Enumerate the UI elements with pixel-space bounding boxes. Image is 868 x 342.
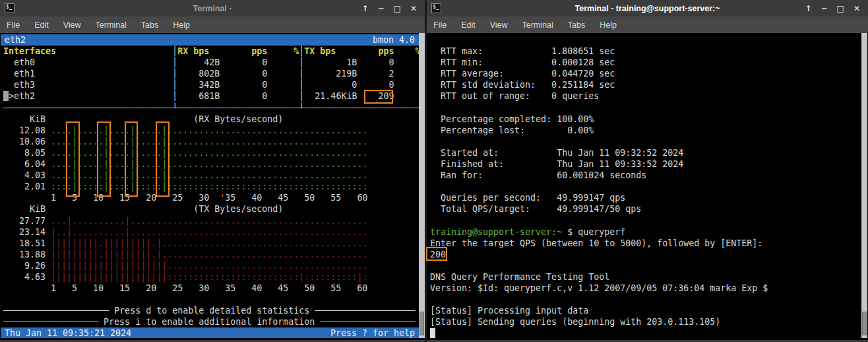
terminal-line: eth0 │ 42B 0 │ 1B 0 (1, 57, 419, 68)
menu-bar: FileEditViewTerminalTabsHelp (427, 17, 868, 33)
terminal-line (427, 327, 861, 338)
terminal-line: 10.06 ....|.....|....|.....|............… (1, 136, 419, 147)
menu-item-edit[interactable]: Edit (461, 20, 476, 30)
shade-button[interactable]: ↑ (361, 4, 368, 13)
terminal-line: 1 5 10 15 20 25 30 '35 40 45 50 55 60 (1, 192, 419, 203)
terminal-line: Total QPS/target: 49.999147/50 qps (427, 203, 861, 215)
bmon-title-bar: eth2 bmon 4.0 (1, 34, 419, 46)
terminal-line: 13.88 |||||||||.|||||||||.|.............… (1, 249, 419, 260)
terminal-line (427, 181, 861, 192)
menu-item-help[interactable]: Help (173, 20, 190, 30)
desktop: { "colors": { "accent_blue": "#2a6aba", … (0, 0, 868, 342)
terminal-line: Started at: Thu Jan 11 09:32:52 2024 (427, 147, 861, 158)
minimize-button[interactable]: − (821, 4, 828, 13)
terminal-line: RTT average: 0.044720 sec (427, 68, 861, 79)
terminal-line: eth1 │ 802B 0 │ 219B 2 (1, 68, 419, 79)
left-terminal-window: $_ Terminal - ↑ − □ ✕ FileEditViewTermin… (0, 0, 425, 342)
close-button[interactable]: ✕ (853, 4, 860, 13)
terminal-line: Percentage lost: 0.00% (427, 125, 861, 136)
terminal-line: [Status] Processing input data (427, 305, 861, 316)
terminal-line: KiB (RX Bytes/second) (1, 114, 419, 125)
minimize-button[interactable]: − (378, 4, 385, 13)
maximize-button[interactable]: □ (837, 4, 844, 13)
terminal-app-icon: $_ (431, 3, 441, 13)
menu-item-edit[interactable]: Edit (34, 20, 49, 30)
window-buttons: ↑ − □ ✕ (805, 4, 860, 13)
terminal-line: 12.08 ....|.....|....|.....|............… (1, 125, 419, 136)
terminal-line (427, 215, 861, 226)
terminal-line (427, 34, 861, 46)
terminal-line: 4.63 ||||||||||||||||||||||:::::::::::::… (1, 271, 419, 283)
bmon-output: Interfaces │RX bps pps %│TX bps pps % et… (1, 46, 419, 327)
terminal-line: Interfaces │RX bps pps %│TX bps pps % (1, 46, 419, 57)
terminal-line: Percentage completed: 100.00% (427, 114, 861, 125)
terminal-line: KiB (TX Bytes/second) (1, 203, 419, 215)
shell-output: RTT max: 1.808651 sec RTT min: 0.000128 … (427, 34, 861, 338)
scrollbar-thumb[interactable] (862, 312, 867, 335)
terminal-line: [Status] Sending queries (beginning with… (427, 316, 861, 327)
terminal-line: 1 5 10 15 20 25 30 35 40 45 50 55 60 (1, 283, 419, 294)
terminal-line: eth3 │ 342B 0 │ 0 0 (1, 79, 419, 90)
terminal-app-icon: $_ (5, 3, 15, 13)
terminal-line: Queries per second: 49.999147 qps (427, 192, 861, 203)
terminal-line: training@support-server:~ $ queryperf (427, 226, 861, 238)
terminal-line (427, 294, 861, 305)
bmon-status-bar: Thu Jan 11 09:35:21 2024 Press ? for hel… (1, 327, 419, 338)
terminal-line: Finished at: Thu Jan 11 09:33:52 2024 (427, 158, 861, 170)
terminal-line: RTT min: 0.000128 sec (427, 57, 861, 68)
bmon-clock: Thu Jan 11 09:35:21 2024 (5, 327, 131, 338)
terminal-screen[interactable]: eth2 bmon 4.0 Interfaces │RX bps pps %│T… (1, 33, 419, 338)
terminal-line: RTT max: 1.808651 sec (427, 46, 861, 57)
terminal-line: 2.01 ::::|:::::|::::|:::::|:::::::::::::… (1, 181, 419, 192)
menu-item-terminal[interactable]: Terminal (522, 20, 553, 30)
close-button[interactable]: ✕ (410, 4, 417, 13)
terminal-line: 23.14 |..|..........|...................… (1, 226, 419, 238)
highlight-box (125, 121, 138, 197)
menu-item-view[interactable]: View (63, 20, 81, 30)
terminal-line: 18.51 |||||||||.|||||||||.|.............… (1, 238, 419, 249)
terminal-line (427, 102, 861, 114)
highlight-box (66, 121, 80, 197)
terminal-line: RTT std deviation: 0.251184 sec (427, 79, 861, 90)
terminal-line: Enter the target QPS (between 10 to 5000… (427, 238, 861, 249)
terminal-line (427, 260, 861, 271)
terminal-line: Version: $Id: queryperf.c,v 1.12 2007/09… (427, 283, 861, 294)
menu-item-tabs[interactable]: Tabs (141, 20, 158, 30)
terminal-screen[interactable]: RTT max: 1.808651 sec RTT min: 0.000128 … (427, 33, 861, 338)
scrollbar[interactable] (419, 33, 425, 338)
maximize-button[interactable]: □ (394, 4, 401, 13)
terminal-line: DNS Query Performance Testing Tool (427, 271, 861, 283)
menu-item-tabs[interactable]: Tabs (568, 20, 585, 30)
terminal-line (427, 136, 861, 147)
menu-item-file[interactable]: File (433, 20, 447, 30)
terminal-line: ──────────────────── Press d to enable d… (1, 305, 419, 316)
title-bar[interactable]: $_ Terminal - training@support-server:~ … (427, 0, 868, 17)
window-title: Terminal - (193, 4, 232, 13)
highlight-box (156, 121, 170, 197)
right-terminal-window: $_ Terminal - training@support-server:~ … (427, 0, 868, 342)
scrollbar-thumb[interactable] (419, 312, 424, 335)
window-title: Terminal - training@support-server:~ (575, 4, 720, 13)
window-buttons: ↑ − □ ✕ (361, 4, 417, 13)
highlight-box (426, 247, 447, 261)
terminal-line: Ran for: 60.001024 seconds (427, 170, 861, 181)
title-bar[interactable]: $_ Terminal - ↑ − □ ✕ (0, 0, 425, 17)
scrollbar[interactable] (861, 33, 867, 338)
bmon-selected-interface: eth2 (5, 34, 26, 46)
terminal-line: 4.03 ....|.....|....|.....|.............… (1, 170, 419, 181)
terminal-line: 200 (427, 249, 861, 260)
menu-item-view[interactable]: View (490, 20, 508, 30)
bmon-help-hint: Press ? for help (330, 327, 415, 338)
menu-bar: FileEditViewTerminalTabsHelp (0, 17, 425, 33)
menu-item-help[interactable]: Help (600, 20, 617, 30)
menu-item-terminal[interactable]: Terminal (96, 20, 127, 30)
terminal-line: >eth2 │ 681B 0 │ 21.46KiB 209 (1, 90, 419, 102)
terminal-line: 6.04 ....|.....|....|.....|.............… (1, 158, 419, 170)
highlight-box (97, 121, 111, 197)
terminal-line: ────────────────── Press i to enable add… (1, 316, 419, 327)
terminal-line: 27.77 ...|..........|...................… (1, 215, 419, 226)
menu-item-file[interactable]: File (7, 20, 20, 30)
shade-button[interactable]: ↑ (805, 4, 811, 13)
terminal-line: RTT out of range: 0 queries (427, 90, 861, 102)
terminal-line: 9.26 ||||||||||||||||||||||.............… (1, 260, 419, 271)
